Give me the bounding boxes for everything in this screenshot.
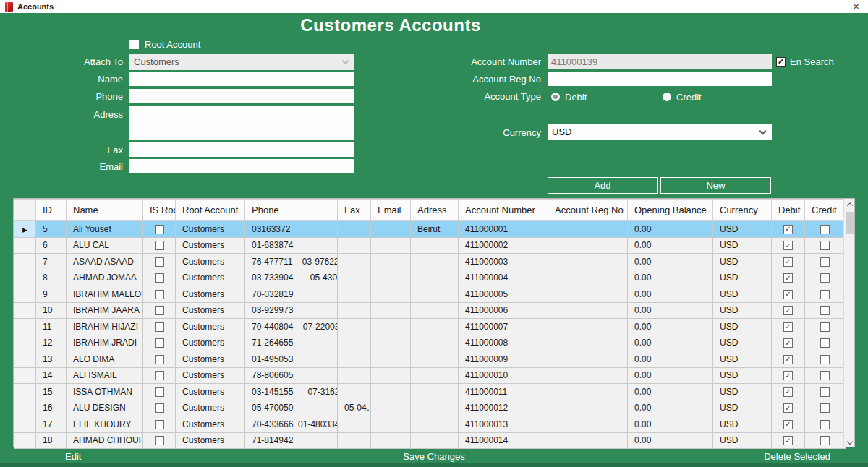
column-header-name[interactable]: Name: [67, 200, 143, 221]
edit-button[interactable]: Edit: [65, 451, 81, 462]
email-input[interactable]: [129, 159, 354, 173]
debit-checkbox[interactable]: ✓: [783, 403, 793, 413]
debit-checkbox[interactable]: ✓: [783, 241, 793, 250]
credit-checkbox[interactable]: [820, 387, 830, 397]
row-selector-cell[interactable]: [14, 286, 36, 303]
is-root-checkbox[interactable]: [155, 306, 164, 315]
table-row[interactable]: 16ALU DESIGNCustomers05-47005005-04…4110…: [14, 400, 846, 416]
is-root-checkbox[interactable]: [155, 436, 164, 445]
table-row[interactable]: 6ALU CALCustomers01-6838744110000020.00U…: [14, 237, 846, 254]
debit-checkbox[interactable]: ✓: [783, 420, 793, 429]
column-header-credit[interactable]: Credit: [805, 200, 846, 221]
attach-to-select[interactable]: Customers: [129, 54, 354, 70]
row-selector-cell[interactable]: [14, 351, 36, 368]
table-row[interactable]: ▶5Ali YousefCustomers03163372Beirut41100…: [14, 221, 846, 238]
vertical-scrollbar[interactable]: [843, 199, 854, 447]
add-button[interactable]: Add: [548, 177, 658, 194]
column-header-account-reg-no[interactable]: Account Reg No: [548, 200, 628, 221]
column-header-fax[interactable]: Fax: [338, 200, 371, 221]
debit-checkbox[interactable]: ✓: [783, 225, 793, 234]
fax-input[interactable]: [129, 142, 354, 157]
debit-checkbox[interactable]: ✓: [783, 355, 793, 364]
table-row[interactable]: 18AHMAD CHHOURECustomers71-8149424110000…: [14, 432, 846, 449]
credit-checkbox[interactable]: [820, 273, 830, 283]
credit-checkbox[interactable]: [820, 403, 830, 413]
is-root-checkbox[interactable]: [155, 403, 164, 413]
is-root-checkbox[interactable]: [155, 257, 164, 267]
table-row[interactable]: 12IBRAHIM JRADICustomers71-2646554110000…: [14, 335, 846, 351]
adress-input[interactable]: [129, 106, 354, 140]
credit-checkbox[interactable]: [820, 225, 830, 234]
credit-checkbox[interactable]: [820, 322, 830, 332]
row-selector-cell[interactable]: [14, 270, 36, 286]
is-root-checkbox[interactable]: [155, 290, 164, 299]
debit-checkbox[interactable]: ✓: [783, 371, 793, 380]
is-root-checkbox[interactable]: [155, 420, 164, 429]
row-selector-cell[interactable]: ▶: [14, 221, 36, 238]
row-selector-cell[interactable]: [14, 367, 36, 384]
account-reg-no-input[interactable]: [548, 72, 772, 86]
is-root-checkbox[interactable]: [155, 322, 164, 332]
credit-checkbox[interactable]: [820, 290, 830, 299]
is-root-checkbox[interactable]: [155, 338, 164, 348]
table-row[interactable]: 15ISSA OTHMANCustomers03-145155 07-31627…: [14, 384, 846, 400]
credit-checkbox[interactable]: [820, 257, 830, 267]
debit-checkbox[interactable]: ✓: [783, 436, 793, 445]
table-row[interactable]: 9IBRAHIM MALLOUKCustomers70-032819411000…: [14, 286, 846, 303]
is-root-checkbox[interactable]: [155, 273, 164, 283]
column-header-currency[interactable]: Currency: [713, 200, 772, 221]
new-button[interactable]: New: [660, 177, 771, 194]
row-selector-cell[interactable]: [14, 335, 36, 351]
debit-checkbox[interactable]: ✓: [783, 387, 793, 397]
credit-checkbox[interactable]: [820, 355, 830, 364]
scroll-down-arrow-icon[interactable]: [844, 436, 855, 447]
is-root-checkbox[interactable]: [155, 371, 164, 380]
table-row[interactable]: 8AHMAD JOMAACustomers03-733904 05-430480…: [14, 270, 846, 286]
currency-select[interactable]: USD: [548, 124, 772, 140]
credit-checkbox[interactable]: [820, 436, 830, 445]
restore-button[interactable]: [820, 0, 844, 13]
credit-checkbox[interactable]: [820, 306, 830, 315]
debit-checkbox[interactable]: ✓: [783, 290, 793, 299]
credit-checkbox[interactable]: [820, 338, 830, 348]
scrollbar-thumb[interactable]: [846, 212, 854, 234]
en-search-checkbox[interactable]: ✓: [776, 57, 786, 67]
credit-radio[interactable]: [663, 93, 671, 101]
root-account-checkbox[interactable]: [129, 40, 139, 49]
is-root-checkbox[interactable]: [155, 225, 164, 234]
table-row[interactable]: 13ALO DIMACustomers01-4950534110000090.0…: [14, 351, 846, 368]
table-row[interactable]: 17ELIE KHOURYCustomers70-433666 01-48033…: [14, 416, 846, 433]
credit-checkbox[interactable]: [820, 420, 830, 429]
table-row[interactable]: 11IBRAHIM HIJAZICustomers70-440804 07-22…: [14, 319, 846, 335]
row-selector-cell[interactable]: [14, 416, 36, 433]
column-header-id[interactable]: ID: [36, 200, 67, 221]
is-root-checkbox[interactable]: [155, 241, 164, 250]
credit-checkbox[interactable]: [820, 371, 830, 380]
minimize-button[interactable]: [796, 0, 820, 13]
column-header-email[interactable]: Email: [371, 200, 411, 221]
save-changes-button[interactable]: Save Changes: [0, 451, 868, 462]
is-root-checkbox[interactable]: [155, 387, 164, 397]
column-header-is-root[interactable]: IS Root: [143, 200, 176, 221]
delete-selected-button[interactable]: Delete Selected: [764, 451, 830, 462]
row-selector-cell[interactable]: [14, 319, 36, 335]
account-number-input[interactable]: [548, 54, 772, 69]
row-selector-cell[interactable]: [14, 432, 36, 449]
credit-checkbox[interactable]: [820, 241, 830, 250]
row-selector-cell[interactable]: [14, 400, 36, 416]
debit-checkbox[interactable]: ✓: [783, 273, 793, 283]
table-row[interactable]: 10IBRAHIM JAARACustomers03-9299734110000…: [14, 302, 846, 319]
debit-checkbox[interactable]: ✓: [783, 338, 793, 348]
name-input[interactable]: [129, 72, 354, 86]
row-selector-header[interactable]: [14, 200, 36, 221]
scroll-up-arrow-icon[interactable]: [844, 199, 855, 210]
row-selector-cell[interactable]: [14, 237, 36, 254]
table-row[interactable]: 14ALI ISMAILCustomers78-8066054110000100…: [14, 367, 846, 384]
debit-radio[interactable]: [551, 93, 560, 101]
column-header-debit[interactable]: Debit: [772, 200, 805, 221]
row-selector-cell[interactable]: [14, 302, 36, 319]
row-selector-cell[interactable]: [14, 254, 36, 270]
row-selector-cell[interactable]: [14, 384, 36, 400]
phone-input[interactable]: [129, 89, 354, 103]
column-header-adress[interactable]: Adress: [411, 200, 459, 221]
